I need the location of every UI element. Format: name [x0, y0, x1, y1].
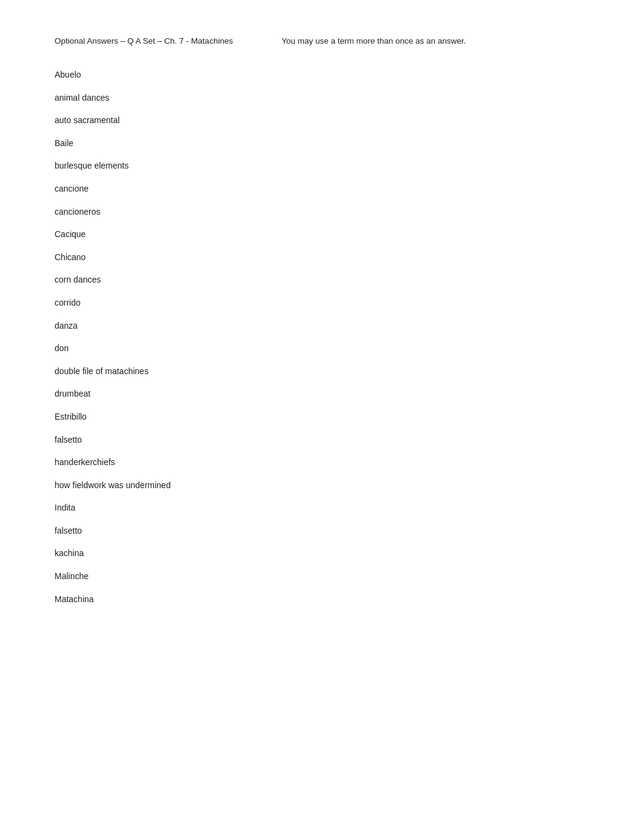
list-item: animal dances	[55, 87, 589, 110]
list-item: kachina	[55, 542, 589, 565]
header-right: You may use a term more than once as an …	[281, 36, 466, 45]
term-list: Abueloanimal dancesauto sacramentalBaile…	[55, 64, 589, 611]
header-row: Optional Answers – Q A Set – Ch. 7 - Mat…	[55, 36, 589, 45]
list-item: Chicano	[55, 246, 589, 269]
list-item: double file of matachines	[55, 360, 589, 383]
list-item: don	[55, 337, 589, 360]
list-item: falsetto	[55, 429, 589, 452]
list-item: corn dances	[55, 269, 589, 292]
list-item: Cacique	[55, 223, 589, 246]
header-left: Optional Answers – Q A Set – Ch. 7 - Mat…	[55, 36, 233, 45]
list-item: corrido	[55, 292, 589, 315]
list-item: Indita	[55, 497, 589, 520]
list-item: auto sacramental	[55, 109, 589, 132]
list-item: handerkerchiefs	[55, 451, 589, 474]
list-item: Estribillo	[55, 406, 589, 429]
list-item: Matachina	[55, 588, 589, 611]
list-item: burlesque elements	[55, 155, 589, 178]
list-item: Malinche	[55, 565, 589, 588]
list-item: Abuelo	[55, 64, 589, 87]
list-item: cancione	[55, 178, 589, 201]
list-item: Baile	[55, 132, 589, 155]
page-container: Optional Answers – Q A Set – Ch. 7 - Mat…	[0, 0, 644, 647]
list-item: falsetto	[55, 520, 589, 543]
list-item: drumbeat	[55, 383, 589, 406]
list-item: cancioneros	[55, 201, 589, 224]
list-item: how fieldwork was undermined	[55, 474, 589, 497]
list-item: danza	[55, 315, 589, 338]
